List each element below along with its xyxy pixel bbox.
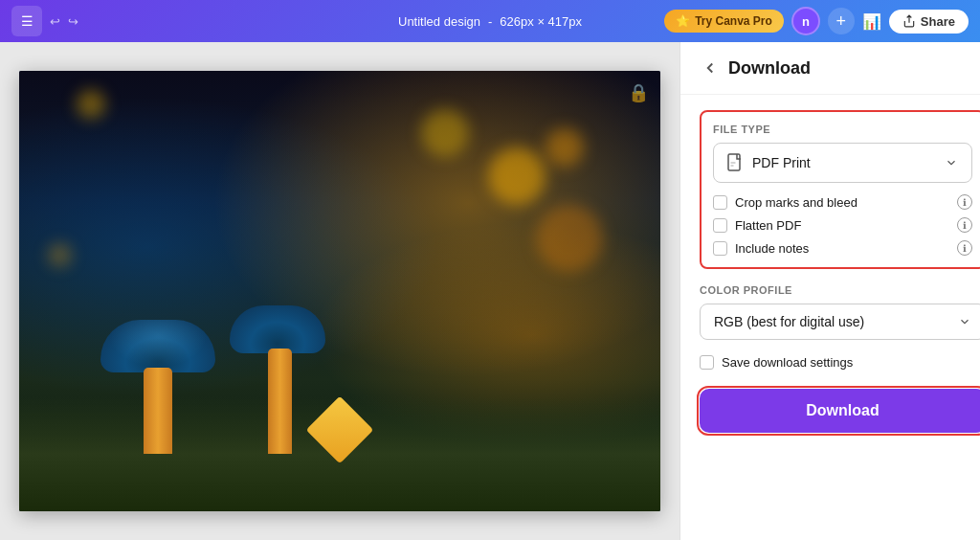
mushroom-stem-left <box>144 368 172 454</box>
bokeh-light <box>546 128 584 167</box>
bokeh-light <box>421 109 469 157</box>
include-notes-row: Include notes ℹ <box>713 240 972 256</box>
file-type-value: PDF Print <box>752 155 811 170</box>
include-notes-label: Include notes <box>735 241 949 256</box>
panel-title: Download <box>728 58 811 79</box>
bokeh-light <box>536 205 603 272</box>
save-settings-label: Save download settings <box>722 355 980 370</box>
star-icon: ⭐ <box>676 14 690 28</box>
crop-marks-label: Crop marks and bleed <box>735 195 949 210</box>
save-settings-row: Save download settings <box>700 355 980 370</box>
back-icon <box>702 59 719 77</box>
color-profile-dropdown[interactable]: RGB (best for digital use) <box>700 304 980 340</box>
design-title: Untitled design <box>398 14 480 29</box>
file-type-section: File type PDF Print <box>700 110 980 269</box>
add-button[interactable]: + <box>828 8 855 34</box>
topbar-right: ⭐ Try Canva Pro n + 📊 Share <box>664 7 969 35</box>
design-separator: - <box>488 14 492 29</box>
file-type-label: File type <box>713 124 972 135</box>
analytics-icon[interactable]: 📊 <box>862 12 881 31</box>
topbar-center: Untitled design - 626px × 417px <box>398 14 582 29</box>
include-notes-checkbox[interactable] <box>713 241 727 256</box>
crop-marks-row: Crop marks and bleed ℹ <box>713 194 972 210</box>
flatten-pdf-info-icon[interactable]: ℹ <box>957 217 972 233</box>
bokeh-light <box>77 90 105 119</box>
undo-button[interactable]: ↩ <box>50 14 60 29</box>
pdf-icon <box>727 153 745 172</box>
canvas-area: 🔒 <box>0 42 679 540</box>
crop-marks-info-icon[interactable]: ℹ <box>957 194 972 210</box>
menu-button[interactable]: ☰ <box>11 6 42 36</box>
flatten-pdf-label: Flatten PDF <box>735 218 949 233</box>
flatten-pdf-checkbox[interactable] <box>713 218 727 233</box>
crop-marks-checkbox[interactable] <box>713 195 727 210</box>
back-button[interactable] <box>700 57 721 79</box>
avatar[interactable]: n <box>791 7 820 35</box>
redo-button[interactable]: ↪ <box>68 14 78 29</box>
bokeh-light <box>48 243 72 267</box>
mushroom-cap-right <box>230 305 325 353</box>
lock-icon: 🔒 <box>628 82 649 103</box>
file-type-dropdown[interactable]: PDF Print <box>713 143 972 183</box>
design-canvas: 🔒 <box>19 71 660 511</box>
topbar-left: ☰ ↩ ↪ <box>11 6 78 36</box>
try-pro-button[interactable]: ⭐ Try Canva Pro <box>664 10 784 33</box>
topbar: ☰ ↩ ↪ Untitled design - 626px × 417px ⭐ … <box>0 0 980 42</box>
design-dimensions: 626px × 417px <box>500 14 582 29</box>
save-settings-checkbox[interactable] <box>700 355 714 370</box>
download-button[interactable]: Download <box>700 389 980 433</box>
bokeh-light <box>488 147 546 205</box>
mushroom-stem-right <box>268 349 292 454</box>
panel-body: File type PDF Print <box>680 95 980 448</box>
share-icon <box>902 14 916 28</box>
flatten-pdf-row: Flatten PDF ℹ <box>713 217 972 233</box>
chevron-down-icon <box>945 156 958 169</box>
include-notes-info-icon[interactable]: ℹ <box>957 240 972 256</box>
download-button-wrapper: Download <box>700 389 980 433</box>
chevron-down-icon <box>958 315 971 328</box>
main-content: 🔒 Download File type <box>0 42 980 540</box>
color-profile-section: Color Profile RGB (best for digital use) <box>700 284 980 340</box>
download-panel: Download File type PDF Print <box>679 42 980 540</box>
color-profile-label: Color Profile <box>700 284 980 296</box>
panel-header: Download <box>680 42 980 95</box>
color-profile-value: RGB (best for digital use) <box>714 314 864 329</box>
share-button[interactable]: Share <box>889 10 969 34</box>
mushroom-cap-left <box>100 320 215 372</box>
